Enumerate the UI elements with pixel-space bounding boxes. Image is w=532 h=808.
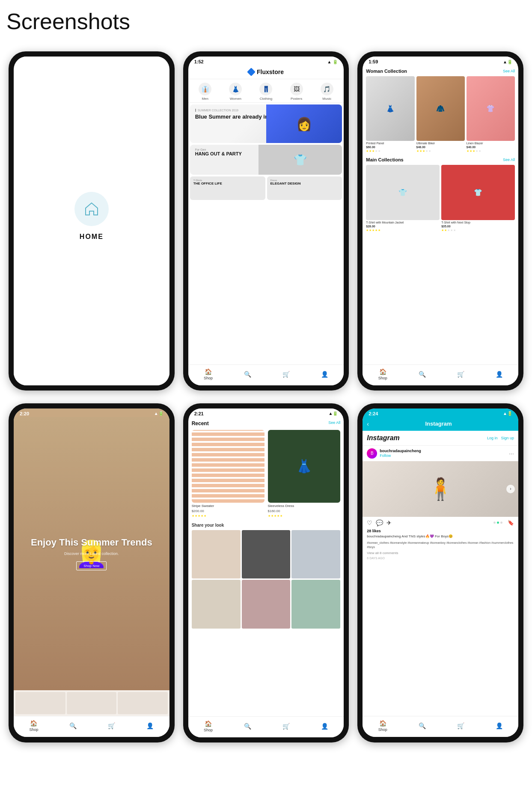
recent-see-all[interactable]: See All <box>328 420 340 426</box>
flux-banner2[interactable]: For Gen HANG OUT & PARTY 👕 <box>190 145 342 175</box>
phone-home: HOME <box>9 51 175 391</box>
wc-product-3[interactable]: 👚 Linen Blazer $40.00 ★★★★★ <box>467 76 515 153</box>
wc-product-5[interactable]: 👕 T-Shirt with Next Stop $35.00 ★★★★★ <box>441 165 515 232</box>
flux-banner2-img: 👕 <box>259 145 342 175</box>
bottom-search[interactable]: 🔍 <box>244 371 251 378</box>
instagram-like-icon[interactable]: ♡ <box>367 519 372 526</box>
instagram-share-icon[interactable]: ✈ <box>386 519 392 526</box>
wc-product-2-img: 🧥 <box>416 76 465 141</box>
flux-mini-1-title: THE OFFICE LIFE <box>193 182 262 186</box>
fluxstore-categories: 👔 Men 👗 Women 👖 Clothing 🖼 Posters 🎵 <box>188 79 344 103</box>
instagram-username[interactable]: bouchradaupaincheng <box>380 449 421 453</box>
fluxstore-content: SUMMER COLLECTION 2019 Blue Summer are a… <box>188 103 344 364</box>
wc-bottom-cart[interactable]: 🛒 <box>457 371 464 378</box>
summer-bottom-profile[interactable]: 👤 <box>146 722 154 729</box>
summer-shop-now-button[interactable]: Shop Now <box>76 561 107 570</box>
flux-mini-2[interactable]: Dress ELEGANT DESIGN <box>267 176 342 200</box>
recent-product-1[interactable]: Stripe Sweater $200.00 ★★★★★ <box>192 430 265 518</box>
flux-cat-clothing[interactable]: 👖 Clothing <box>259 83 272 101</box>
screenshots-grid: HOME 1:52 ▲ 🔋 Fluxstore 👔 <box>4 47 528 747</box>
instagram-comment-icon[interactable]: 💬 <box>376 519 383 526</box>
instagram-bottom-cart[interactable]: 🛒 <box>457 722 464 729</box>
instagram-follow-button[interactable]: Follow <box>380 453 421 458</box>
shop-icon: 🏠 <box>205 368 212 375</box>
share-grid-item-4[interactable] <box>192 580 241 629</box>
recent-product-1-name: Stripe Sweater <box>192 504 265 508</box>
instagram-back-button[interactable]: ‹ <box>367 420 369 427</box>
wc-section1-see-all[interactable]: See All <box>503 69 515 73</box>
wc-section2-see-all[interactable]: See All <box>503 158 515 162</box>
instagram-login-link[interactable]: Log in <box>487 436 498 440</box>
wc-product-3-name: Linen Blazer <box>467 142 515 145</box>
wc-bottom-profile[interactable]: 👤 <box>496 371 503 378</box>
wc-product-3-stars: ★★★★★ <box>467 149 515 153</box>
instagram-profile-icon: 👤 <box>496 722 503 729</box>
wc-product-1-stars: ★★★★★ <box>366 149 414 153</box>
fluxstore-bottom-bar: 🏠 Shop 🔍 🛒 👤 <box>188 364 344 385</box>
flux-mini-1[interactable]: T-Shirts THE OFFICE LIFE <box>190 176 265 200</box>
summer-bottom-search[interactable]: 🔍 <box>69 722 77 729</box>
wc-cart-icon: 🛒 <box>457 371 464 378</box>
wc-bottom-search[interactable]: 🔍 <box>419 371 426 378</box>
wc-search-icon: 🔍 <box>419 371 426 378</box>
wc-section2-header: Main Collections See All <box>366 157 515 162</box>
instagram-auth-links: Log in Sign up <box>487 436 514 440</box>
status-bar-fluxstore: 1:52 ▲ 🔋 <box>188 57 344 65</box>
status-bar-summer: 2:20 ▲🔋 <box>14 408 169 417</box>
recent-profile-icon: 👤 <box>321 723 328 730</box>
flux-cat-men[interactable]: 👔 Men <box>199 83 211 101</box>
phone-fluxstore: 1:52 ▲ 🔋 Fluxstore 👔 Men 👗 Women <box>183 51 349 391</box>
instagram-app-header: Instagram Log in Sign up <box>363 431 518 446</box>
share-grid-item-5[interactable] <box>242 580 291 629</box>
summer-status-icons: ▲🔋 <box>154 411 163 416</box>
flux-cat-music[interactable]: 🎵 Music <box>321 83 333 101</box>
recent-bottom-cart[interactable]: 🛒 <box>282 723 290 730</box>
bottom-profile[interactable]: 👤 <box>321 371 328 378</box>
home-screen-content: HOME <box>14 60 169 373</box>
instagram-hashtags: #korean_clothes #koreanstyle #koreanmake… <box>363 540 518 550</box>
wc-product-3-price: $40.00 <box>467 146 515 149</box>
wc-profile-icon: 👤 <box>496 371 503 378</box>
fluxstore-logo-text: Fluxstore <box>257 69 284 75</box>
wc-bottom-bar: 🏠 Shop 🔍 🛒 👤 <box>363 364 518 385</box>
instagram-signup-link[interactable]: Sign up <box>501 436 514 440</box>
instagram-more-options[interactable]: ··· <box>509 450 514 457</box>
recent-product-2[interactable]: 👗 Sleeveless Dress $160.00 ★★★★★ <box>268 430 341 518</box>
instagram-view-comments[interactable]: View all 8 comments <box>363 550 518 556</box>
summer-time: 2:20 <box>20 411 29 416</box>
share-section-title: Share your look <box>192 523 341 528</box>
share-grid-item-1[interactable] <box>192 530 241 579</box>
flux-cat-women[interactable]: 👗 Women <box>229 83 242 101</box>
share-grid-item-2[interactable] <box>242 530 291 579</box>
wc-product-4-stars: ★★★★★ <box>366 229 440 232</box>
summer-shop-icon: 🏠 <box>30 720 37 727</box>
flux-cat-posters[interactable]: 🖼 Posters <box>290 83 303 101</box>
bottom-shop[interactable]: 🏠 Shop <box>204 368 213 380</box>
instagram-shop-label: Shop <box>378 727 387 732</box>
wc-product-4[interactable]: 👕 T-Shirt with Mountain Jacket $28.00 ★★… <box>366 165 440 232</box>
flux-cat-men-icon: 👔 <box>199 83 211 95</box>
summer-bottom-cart[interactable]: 🛒 <box>108 722 115 729</box>
wc-section1-header: Woman Collection See All <box>366 69 515 74</box>
instagram-bottom-shop[interactable]: 🏠 Shop <box>378 720 387 732</box>
instagram-bottom-profile[interactable]: 👤 <box>496 722 503 729</box>
recent-bottom-profile[interactable]: 👤 <box>321 723 328 730</box>
share-grid-item-3[interactable] <box>291 530 340 579</box>
recent-bottom-search[interactable]: 🔍 <box>244 723 251 730</box>
wc-product-2[interactable]: 🧥 Ultimate Biker $48.00 ★★★★★ <box>416 76 465 153</box>
recent-bottom-shop[interactable]: 🏠 Shop <box>204 720 213 732</box>
wc-product-4-price: $28.00 <box>366 225 440 228</box>
share-grid-item-6[interactable] <box>291 580 340 629</box>
wc-product-1[interactable]: 👗 Printed Panel $60.00 ★★★★★ <box>366 76 414 153</box>
flux-banner1[interactable]: SUMMER COLLECTION 2019 Blue Summer are a… <box>190 104 342 143</box>
flux-cat-posters-label: Posters <box>291 97 302 101</box>
instagram-app-title: Instagram <box>367 434 399 442</box>
instagram-bottom-search[interactable]: 🔍 <box>419 722 426 729</box>
instagram-bookmark-icon[interactable]: 🔖 <box>508 520 514 526</box>
wc-bottom-shop[interactable]: 🏠 Shop <box>378 368 387 380</box>
bottom-cart[interactable]: 🛒 <box>282 371 290 378</box>
summer-bottom-shop[interactable]: 🏠 Shop <box>29 720 38 732</box>
instagram-next-arrow[interactable]: › <box>506 485 515 493</box>
recent-products-list: Stripe Sweater $200.00 ★★★★★ 👗 Sleeveles… <box>192 430 341 518</box>
insta-dot-3 <box>500 522 502 524</box>
